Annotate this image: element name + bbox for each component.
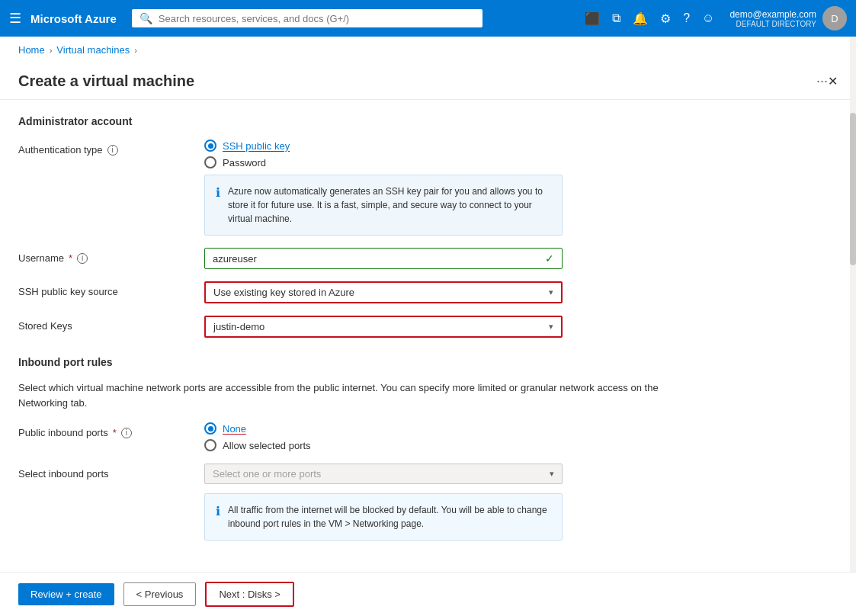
select-ports-control[interactable]: Select one or more ports ▾ ℹ All traffic… bbox=[204, 464, 563, 541]
inbound-info-box: ℹ All traffic from the internet will be … bbox=[204, 493, 563, 541]
select-ports-chevron-icon: ▾ bbox=[550, 469, 554, 479]
auth-type-control: SSH public key Password ℹ Azure now auto… bbox=[204, 140, 563, 236]
inbound-description: Select which virtual machine network por… bbox=[18, 380, 668, 410]
user-email: demo@example.com bbox=[729, 9, 816, 20]
top-navigation: ☰ Microsoft Azure 🔍 ⬛ ⧉ 🔔 ⚙ ? ☺ demo@exa… bbox=[0, 0, 856, 37]
footer: Review + create < Previous Next : Disks … bbox=[0, 572, 856, 616]
notifications-icon[interactable]: 🔔 bbox=[630, 8, 651, 29]
ssh-info-box: ℹ Azure now automatically generates an S… bbox=[204, 175, 563, 236]
username-row: Username * i azureuser ✓ bbox=[18, 248, 668, 269]
breadcrumb: Home › Virtual machines › bbox=[0, 37, 856, 60]
page-header: Create a virtual machine ··· ✕ bbox=[0, 60, 856, 100]
azure-logo: Microsoft Azure bbox=[30, 12, 117, 25]
ssh-key-label: SSH public key source bbox=[18, 281, 186, 297]
auth-radio-group: SSH public key Password bbox=[204, 140, 563, 168]
username-field[interactable]: azureuser ✓ bbox=[204, 248, 563, 269]
ssh-key-control[interactable]: Use existing key stored in Azure ▾ bbox=[204, 281, 563, 303]
auth-type-row: Authentication type i SSH public key Pas… bbox=[18, 140, 668, 236]
info-box-icon: ℹ bbox=[216, 185, 220, 226]
settings-icon[interactable]: ⚙ bbox=[657, 8, 674, 29]
ssh-key-source-row: SSH public key source Use existing key s… bbox=[18, 281, 668, 303]
radio-selected-ports-circle bbox=[204, 439, 216, 451]
ssh-key-chevron-icon: ▾ bbox=[549, 287, 553, 297]
directory-icon[interactable]: ⧉ bbox=[609, 8, 624, 28]
next-button[interactable]: Next : Disks > bbox=[205, 582, 294, 607]
stored-keys-label: Stored Keys bbox=[18, 316, 186, 332]
radio-password[interactable]: Password bbox=[204, 156, 563, 168]
user-info: demo@example.com DEFAULT DIRECTORY bbox=[729, 9, 816, 28]
inbound-section-title: Inbound port rules bbox=[18, 356, 668, 368]
ssh-key-value: Use existing key stored in Azure bbox=[213, 287, 354, 298]
page-container: Home › Virtual machines › Create a virtu… bbox=[0, 37, 856, 616]
radio-ssh-label: SSH public key bbox=[223, 140, 290, 152]
cloud-shell-icon[interactable]: ⬛ bbox=[582, 8, 603, 29]
username-value: azureuser bbox=[213, 253, 257, 265]
radio-ssh-circle bbox=[204, 140, 216, 152]
select-ports-dropdown: Select one or more ports ▾ bbox=[204, 464, 563, 484]
form-content: Administrator account Authentication typ… bbox=[0, 100, 686, 614]
search-input[interactable] bbox=[159, 13, 475, 24]
close-button[interactable]: ✕ bbox=[828, 74, 838, 88]
radio-none-label: None bbox=[223, 423, 246, 435]
radio-password-label: Password bbox=[223, 157, 266, 168]
username-required: * bbox=[69, 252, 72, 264]
inbound-info-text: All traffic from the internet will be bl… bbox=[228, 503, 551, 531]
public-ports-row: Public inbound ports * i None Allow sele… bbox=[18, 422, 668, 451]
info-box-text: Azure now automatically generates an SSH… bbox=[228, 184, 551, 226]
breadcrumb-vms[interactable]: Virtual machines bbox=[56, 44, 130, 56]
public-ports-control: None Allow selected ports bbox=[204, 422, 563, 451]
breadcrumb-home[interactable]: Home bbox=[18, 44, 45, 56]
username-checkmark-icon: ✓ bbox=[545, 252, 554, 265]
auth-info-icon[interactable]: i bbox=[107, 145, 118, 156]
select-ports-placeholder: Select one or more ports bbox=[213, 468, 321, 480]
scrollbar-track[interactable] bbox=[850, 37, 856, 616]
radio-selected-ports-label: Allow selected ports bbox=[223, 440, 311, 451]
admin-section-title: Administrator account bbox=[18, 115, 668, 127]
public-ports-label: Public inbound ports * i bbox=[18, 422, 186, 438]
radio-password-circle bbox=[204, 156, 216, 168]
select-ports-row: Select inbound ports Select one or more … bbox=[18, 464, 668, 541]
nav-icons: ⬛ ⧉ 🔔 ⚙ ? ☺ demo@example.com DEFAULT DIR… bbox=[582, 6, 847, 30]
radio-selected-ports[interactable]: Allow selected ports bbox=[204, 439, 563, 451]
breadcrumb-sep-2: › bbox=[134, 46, 137, 55]
inbound-section: Inbound port rules Select which virtual … bbox=[18, 356, 668, 541]
search-bar[interactable]: 🔍 bbox=[132, 9, 483, 27]
page-title: Create a virtual machine bbox=[18, 72, 809, 90]
ports-radio-group: None Allow selected ports bbox=[204, 422, 563, 451]
stored-keys-control[interactable]: justin-demo ▾ bbox=[204, 316, 563, 338]
radio-none[interactable]: None bbox=[204, 422, 563, 435]
scrollbar-thumb[interactable] bbox=[850, 113, 856, 265]
radio-ssh[interactable]: SSH public key bbox=[204, 140, 563, 152]
help-icon[interactable]: ? bbox=[680, 8, 693, 28]
review-create-button[interactable]: Review + create bbox=[18, 583, 114, 605]
stored-keys-dropdown[interactable]: justin-demo ▾ bbox=[204, 316, 563, 338]
username-control[interactable]: azureuser ✓ bbox=[204, 248, 563, 269]
stored-keys-row: Stored Keys justin-demo ▾ bbox=[18, 316, 668, 338]
ports-required: * bbox=[113, 427, 117, 438]
user-directory: DEFAULT DIRECTORY bbox=[736, 20, 816, 28]
stored-keys-value: justin-demo bbox=[213, 321, 264, 332]
search-icon: 🔍 bbox=[139, 12, 152, 24]
username-label: Username * i bbox=[18, 248, 186, 264]
select-ports-label: Select inbound ports bbox=[18, 464, 186, 480]
more-options-button[interactable]: ··· bbox=[816, 73, 828, 89]
previous-button[interactable]: < Previous bbox=[123, 582, 197, 606]
hamburger-menu[interactable]: ☰ bbox=[9, 10, 21, 27]
ports-info-icon[interactable]: i bbox=[121, 428, 132, 438]
feedback-icon[interactable]: ☺ bbox=[699, 8, 717, 28]
username-info-icon[interactable]: i bbox=[77, 253, 88, 264]
radio-none-circle bbox=[204, 422, 216, 435]
avatar[interactable]: D bbox=[822, 6, 847, 30]
auth-type-label: Authentication type i bbox=[18, 140, 186, 156]
breadcrumb-sep-1: › bbox=[50, 46, 53, 55]
inbound-info-icon: ℹ bbox=[216, 504, 220, 531]
stored-keys-chevron-icon: ▾ bbox=[549, 322, 553, 332]
ssh-key-dropdown[interactable]: Use existing key stored in Azure ▾ bbox=[204, 281, 563, 303]
